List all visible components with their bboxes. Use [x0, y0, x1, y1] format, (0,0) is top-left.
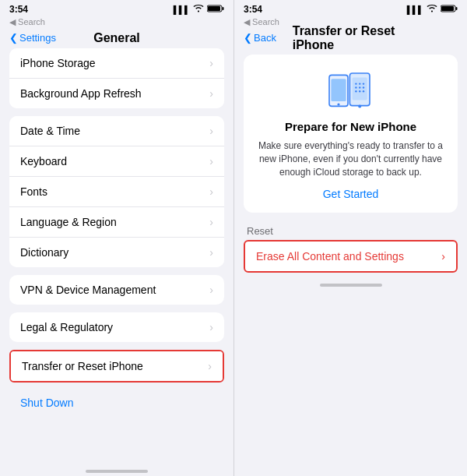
- group-storage: iPhone Storage › Background App Refresh …: [9, 48, 224, 108]
- svg-point-20: [362, 90, 363, 92]
- iphone-storage-item[interactable]: iPhone Storage ›: [9, 48, 224, 79]
- right-time: 3:54: [244, 4, 262, 15]
- left-status-icons: ▌▌▌: [174, 5, 224, 14]
- svg-point-18: [355, 90, 356, 92]
- left-back-button[interactable]: ❮ Settings: [9, 32, 56, 44]
- prepare-desc: Make sure everything's ready to transfer…: [256, 139, 445, 178]
- fonts-item[interactable]: Fonts ›: [9, 177, 224, 207]
- battery-icon: [207, 5, 224, 14]
- svg-rect-10: [352, 78, 367, 100]
- prepare-title: Prepare for New iPhone: [285, 120, 416, 133]
- language-region-label: Language & Region: [20, 216, 117, 228]
- chevron-icon: ›: [209, 125, 213, 137]
- erase-label: Erase All Content and Settings: [256, 250, 404, 263]
- background-app-refresh-item[interactable]: Background App Refresh ›: [9, 79, 224, 108]
- get-started-button[interactable]: Get Started: [323, 188, 379, 200]
- left-status-bar: 3:54 ▌▌▌: [0, 0, 234, 17]
- vpn-label: VPN & Device Management: [20, 284, 156, 296]
- signal-icon: ▌▌▌: [174, 5, 190, 14]
- chevron-icon: ›: [209, 321, 213, 333]
- svg-point-11: [358, 104, 361, 108]
- svg-rect-7: [331, 79, 346, 101]
- right-home-indicator: [320, 284, 382, 287]
- chevron-icon: ›: [208, 360, 212, 372]
- transfer-reset-label: Transfer or Reset iPhone: [22, 360, 143, 372]
- svg-rect-5: [441, 6, 454, 11]
- chevron-icon: ›: [209, 185, 213, 198]
- left-nav-bar: ❮ Settings General: [0, 30, 234, 48]
- svg-point-16: [359, 86, 360, 88]
- chevron-icon: ›: [209, 284, 213, 296]
- date-time-label: Date & Time: [20, 125, 80, 137]
- chevron-icon: ›: [209, 246, 213, 259]
- shut-down-label: Shut Down: [20, 397, 73, 409]
- svg-point-13: [359, 83, 360, 84]
- left-panel: 3:54 ▌▌▌ ◀ Search ❮ Settings General iPh…: [0, 0, 234, 476]
- right-status-bar: 3:54 ▌▌▌: [234, 0, 467, 17]
- reset-label: Reset: [244, 225, 458, 240]
- legal-item[interactable]: Legal & Regulatory ›: [9, 312, 224, 342]
- phone-icon-wrapper: [326, 70, 376, 111]
- background-app-refresh-label: Background App Refresh: [20, 87, 142, 100]
- right-back-button[interactable]: ❮ Back: [244, 32, 276, 44]
- language-region-item[interactable]: Language & Region ›: [9, 207, 224, 238]
- fonts-label: Fonts: [20, 185, 47, 198]
- erase-button[interactable]: Erase All Content and Settings ›: [245, 242, 456, 271]
- iphone-storage-label: iPhone Storage: [20, 57, 96, 69]
- chevron-icon: ›: [209, 155, 213, 167]
- keyboard-label: Keyboard: [20, 155, 67, 167]
- left-bottom-bar: [0, 464, 234, 476]
- home-indicator: [86, 470, 148, 473]
- dictionary-label: Dictionary: [20, 246, 68, 259]
- group-legal: Legal & Regulatory ›: [9, 312, 224, 342]
- reset-section: Reset Erase All Content and Settings ›: [244, 225, 458, 273]
- right-chevron-left-icon: ❮: [244, 32, 252, 44]
- dictionary-item[interactable]: Dictionary ›: [9, 238, 224, 267]
- chevron-left-icon: ❮: [9, 32, 18, 44]
- left-settings-list: iPhone Storage › Background App Refresh …: [0, 48, 234, 464]
- svg-point-17: [362, 86, 363, 88]
- chevron-icon: ›: [209, 57, 213, 69]
- svg-rect-2: [208, 6, 220, 11]
- svg-rect-1: [223, 7, 224, 10]
- date-time-item[interactable]: Date & Time ›: [9, 116, 224, 146]
- group-vpn: VPN & Device Management ›: [9, 275, 224, 305]
- chevron-icon: ›: [209, 216, 213, 228]
- left-search-label: ◀ Search: [0, 17, 234, 30]
- transfer-reset-group: Transfer or Reset iPhone ›: [9, 350, 224, 383]
- erase-chevron-icon: ›: [441, 250, 445, 263]
- keyboard-item[interactable]: Keyboard ›: [9, 146, 224, 177]
- right-battery-icon: [441, 5, 458, 14]
- right-signal-icon: ▌▌▌: [407, 5, 423, 14]
- svg-rect-4: [456, 7, 458, 10]
- left-nav-title: General: [93, 31, 140, 45]
- left-time: 3:54: [9, 4, 28, 15]
- right-nav-bar: ❮ Back Transfer or Reset iPhone: [234, 30, 467, 48]
- shut-down-item[interactable]: Shut Down: [9, 390, 224, 415]
- prepare-card: Prepare for New iPhone Make sure everyth…: [244, 55, 458, 213]
- legal-label: Legal & Regulatory: [20, 321, 113, 333]
- group-settings: Date & Time › Keyboard › Fonts › Languag…: [9, 116, 224, 267]
- chevron-icon: ›: [209, 87, 213, 100]
- right-nav-title: Transfer or Reset iPhone: [293, 24, 409, 52]
- svg-point-8: [337, 103, 339, 105]
- svg-point-19: [359, 90, 360, 92]
- vpn-item[interactable]: VPN & Device Management ›: [9, 275, 224, 305]
- transfer-reset-item[interactable]: Transfer or Reset iPhone ›: [11, 351, 223, 381]
- wifi-icon: [193, 5, 204, 14]
- right-wifi-icon: [427, 5, 437, 14]
- phones-icon: [326, 70, 376, 111]
- svg-point-12: [355, 83, 356, 84]
- svg-point-14: [362, 83, 363, 84]
- erase-item: Erase All Content and Settings ›: [244, 240, 458, 273]
- svg-point-15: [355, 86, 356, 88]
- right-panel: 3:54 ▌▌▌ ◀ Search ❮ Back Transfer or Res…: [234, 0, 467, 476]
- right-status-icons: ▌▌▌: [407, 5, 458, 14]
- right-bottom-bar: [234, 277, 467, 290]
